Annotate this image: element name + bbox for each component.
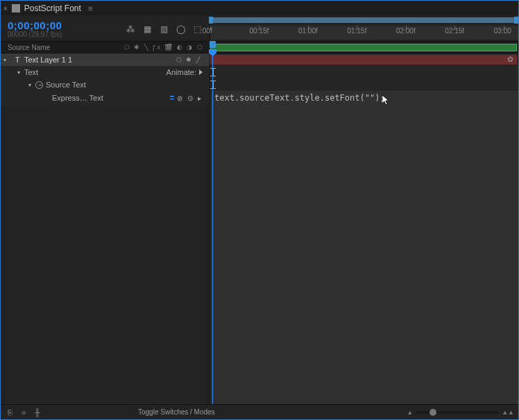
comp-mini-icon[interactable]: ▦: [142, 24, 153, 35]
expression-tools[interactable]: ⊘ ⊙ ▸: [177, 94, 203, 102]
twirl-icon[interactable]: ▾: [17, 69, 24, 76]
timeline-stack: ✿ text.sourceText.style.setFont("");: [210, 41, 518, 404]
layer-pane: 0;00;00;00 00000 (29.97 fps) ⁂ ▦ ▥ ◯ ⬚ S…: [1, 16, 210, 404]
expression-enable-icon[interactable]: =: [169, 93, 174, 103]
tick-label: 02:15f: [445, 27, 464, 35]
text-layer-icon: T: [13, 56, 22, 64]
frame-blend-icon[interactable]: ◯: [175, 24, 186, 35]
zoom-thumb[interactable]: [429, 409, 436, 416]
text-group-track: [210, 66, 518, 78]
text-group-label: Text: [24, 68, 38, 76]
column-header: Source Name ⬡ ✱ ╲ ƒx 🎬 ◐ ◑ ⬡: [1, 41, 210, 53]
empty-layer-area[interactable]: [1, 105, 210, 404]
playhead[interactable]: [212, 49, 213, 404]
tick-label: 03:00: [494, 27, 511, 35]
tick-label: 01:00f: [298, 27, 318, 35]
expression-code[interactable]: text.sourceText.style.setFont("");: [210, 91, 518, 105]
brackets-icon[interactable]: ⎆: [19, 408, 28, 417]
stopwatch-icon[interactable]: [35, 81, 43, 89]
switches-header: ⬡ ✱ ╲ ƒx 🎬 ◐ ◑ ⬡: [124, 44, 210, 51]
layer-switches[interactable]: ⬡ ✱ ╱: [176, 56, 207, 63]
source-text-label: Source Text: [46, 81, 86, 89]
footer-left-icons: ⎘ ⎆ ╫: [5, 408, 42, 417]
layer-row[interactable]: ▾ T Text Layer 1 1 ⬡ ✱ ╱: [1, 53, 210, 66]
toggle-switches-button[interactable]: Toggle Switches / Modes: [138, 408, 215, 416]
ruler-ticks[interactable]: :00f 00:15f 01:00f 01:15f 02:00f 02:15f …: [210, 26, 518, 40]
timeline-panel: × PostScript Font ≡ 0;00;00;00 00000 (29…: [0, 0, 519, 420]
work-area-row[interactable]: [210, 41, 518, 53]
render-queue-icon[interactable]: ⎘: [5, 408, 15, 417]
tick-label: 00:15f: [249, 27, 269, 35]
twirl-icon[interactable]: ▾: [3, 57, 10, 63]
tick-label: 02:00f: [396, 27, 416, 35]
timecode-block[interactable]: 0;00;00;00 00000 (29.97 fps): [8, 20, 62, 39]
fps-label: 00000 (29.97 fps): [8, 31, 62, 38]
zoom-out-icon[interactable]: ▲: [407, 409, 413, 416]
comp-tool-icons: ⁂ ▦ ▥ ◯ ⬚: [125, 24, 203, 35]
tick-label: :00f: [201, 27, 212, 35]
layer-name[interactable]: Text Layer 1 1: [24, 56, 72, 64]
current-time[interactable]: 0;00;00;00: [8, 20, 62, 32]
close-tab-icon[interactable]: ×: [3, 5, 8, 12]
zoom-control[interactable]: ▲ ▲▲: [407, 409, 514, 416]
tab-bar: × PostScript Font ≡: [1, 1, 518, 16]
layer-duration-bar[interactable]: [210, 55, 517, 65]
text-property-group[interactable]: ▾ Text Animate:: [1, 66, 210, 78]
header-row: 0;00;00;00 00000 (29.97 fps) ⁂ ▦ ▥ ◯ ⬚: [1, 16, 210, 41]
main-area: 0;00;00;00 00000 (29.97 fps) ⁂ ▦ ▥ ◯ ⬚ S…: [1, 16, 518, 404]
panel-menu-icon[interactable]: ≡: [88, 4, 92, 12]
composition-icon: [12, 4, 20, 12]
expression-property-row[interactable]: Express… Text = ⊘ ⊙ ▸: [1, 91, 210, 105]
zoom-in-icon[interactable]: ▲▲: [502, 409, 514, 416]
frame-blend-toggle-icon[interactable]: ╫: [33, 408, 42, 417]
twirl-icon[interactable]: ▾: [28, 82, 35, 88]
time-ruler[interactable]: :00f 00:15f 01:00f 01:15f 02:00f 02:15f …: [210, 16, 518, 41]
tick-label: 01:15f: [347, 27, 366, 35]
mouse-cursor-icon: [382, 95, 391, 106]
work-area-bar[interactable]: [210, 44, 517, 51]
timeline-area: :00f 00:15f 01:00f 01:15f 02:00f 02:15f …: [210, 16, 518, 404]
shy-icon[interactable]: ▥: [158, 24, 169, 35]
playhead-cap-icon[interactable]: [210, 41, 216, 48]
tab-title[interactable]: PostScript Font: [24, 3, 81, 13]
time-navigator[interactable]: [210, 17, 517, 23]
search-icon[interactable]: ⁂: [125, 24, 136, 35]
animate-arrow-icon: [199, 69, 203, 75]
animate-menu[interactable]: Animate:: [167, 68, 210, 76]
source-text-property[interactable]: ▾ Source Text: [1, 78, 210, 91]
footer-bar: ⎘ ⎆ ╫ Toggle Switches / Modes ▲ ▲▲: [1, 404, 518, 419]
zoom-slider[interactable]: [416, 411, 499, 414]
expression-editor[interactable]: text.sourceText.style.setFont("");: [210, 91, 518, 404]
source-name-header[interactable]: Source Name: [8, 44, 50, 51]
expression-label: Express… Text: [52, 94, 103, 102]
source-text-track: [210, 78, 518, 91]
layer-bar-row[interactable]: ✿: [210, 53, 518, 66]
marker-icon[interactable]: ✿: [507, 55, 517, 65]
